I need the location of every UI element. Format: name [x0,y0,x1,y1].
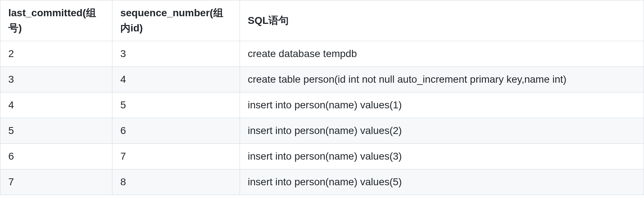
header-sql-statement: SQL语句 [240,0,644,41]
cell-sql-statement: insert into person(name) values(3) [240,144,644,169]
cell-sequence-number: 4 [112,67,240,92]
table-header-row: last_committed(组号) sequence_number(组内id)… [0,0,644,41]
cell-sequence-number: 8 [112,169,240,195]
cell-last-committed: 2 [0,41,112,67]
header-sequence-number: sequence_number(组内id) [112,0,240,41]
table-row: 3 4 create table person(id int not null … [0,67,644,92]
sql-binlog-table: last_committed(组号) sequence_number(组内id)… [0,0,644,195]
table-row: 4 5 insert into person(name) values(1) [0,92,644,118]
cell-last-committed: 6 [0,144,112,169]
cell-last-committed: 7 [0,169,112,195]
cell-sql-statement: create table person(id int not null auto… [240,67,644,92]
cell-sequence-number: 3 [112,41,240,67]
table-row: 2 3 create database tempdb [0,41,644,67]
cell-sequence-number: 5 [112,92,240,118]
cell-sql-statement: insert into person(name) values(1) [240,92,644,118]
cell-last-committed: 4 [0,92,112,118]
cell-sequence-number: 7 [112,144,240,169]
table-row: 5 6 insert into person(name) values(2) [0,118,644,144]
cell-sql-statement: create database tempdb [240,41,644,67]
cell-last-committed: 5 [0,118,112,144]
table-row: 6 7 insert into person(name) values(3) [0,144,644,169]
cell-sql-statement: insert into person(name) values(2) [240,118,644,144]
cell-last-committed: 3 [0,67,112,92]
header-last-committed: last_committed(组号) [0,0,112,41]
table-row: 7 8 insert into person(name) values(5) [0,169,644,195]
cell-sql-statement: insert into person(name) values(5) [240,169,644,195]
cell-sequence-number: 6 [112,118,240,144]
